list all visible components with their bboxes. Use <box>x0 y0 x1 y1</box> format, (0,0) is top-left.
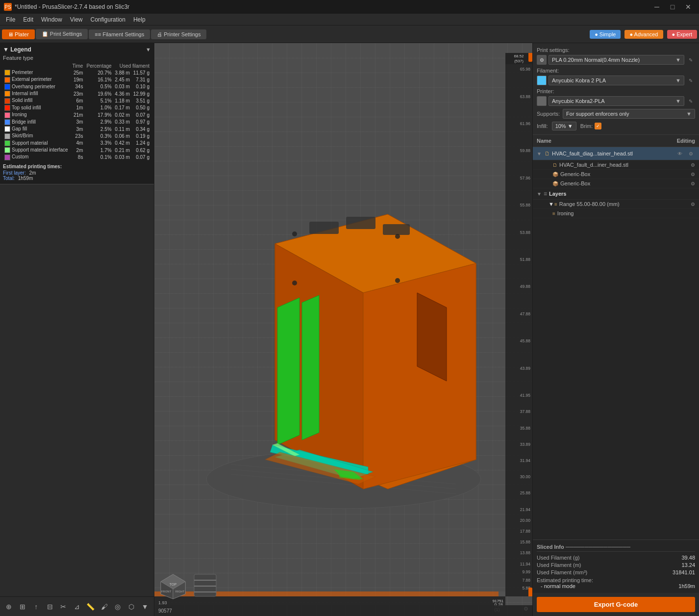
tool-split[interactable]: ⊟ <box>44 600 56 613</box>
estimated-times: Estimated printing times: First layer: 2… <box>3 164 151 181</box>
supports-row: Supports: For support enforcers only ▼ <box>537 109 695 119</box>
legend-color-swatch-11 <box>4 147 10 153</box>
ruler-top-indicator[interactable] <box>528 53 532 62</box>
legend-pct-2: 0.5% <box>84 83 113 90</box>
child-settings-2[interactable]: ⚙ <box>691 172 695 177</box>
child-item-1[interactable]: 🗋 HVAC_fault_d...iner_head.stl ⚙ <box>533 160 699 170</box>
menu-configuration[interactable]: Configuration <box>87 15 129 24</box>
ironing-item[interactable]: ≡ Ironing <box>533 209 699 218</box>
range-settings[interactable]: ⚙ <box>691 202 695 207</box>
first-layer-row: First layer: 2m <box>3 170 151 176</box>
brim-checkbox[interactable]: ✓ <box>595 123 601 129</box>
supports-dropdown[interactable]: For support enforcers only ▼ <box>563 109 695 119</box>
menu-view[interactable]: View <box>66 15 87 24</box>
legend-time-0: 25m <box>71 69 84 76</box>
printer-edit[interactable]: ✎ <box>686 97 695 105</box>
legend-time-6: 21m <box>71 111 84 118</box>
legend-feature-name-12: Custom <box>3 154 71 160</box>
close-button[interactable]: ✕ <box>681 0 695 14</box>
legend-weight-9: 0.19 g <box>131 132 151 139</box>
layers-range-item[interactable]: ▼ ≡ Range 55.00-80.00 (mm) ⚙ <box>533 200 699 209</box>
filament-color-swatch[interactable] <box>537 76 547 85</box>
export-gcode-button[interactable]: Export G-code <box>537 597 695 612</box>
filament-g-value: 39.48 <box>681 555 695 561</box>
legend-row-1: External perimeter 19m 16.1% 2.45 m 7.31… <box>3 76 151 83</box>
menu-help[interactable]: Help <box>129 15 150 24</box>
range-expand[interactable]: ▼ <box>549 201 552 207</box>
mode-expert-button[interactable]: ● Expert <box>667 30 698 39</box>
legend-pct-11: 1.7% <box>84 147 113 154</box>
tool-paint[interactable]: 🖌 <box>98 600 110 613</box>
expand-icon-main[interactable]: ▼ <box>537 151 543 156</box>
legend-dist-2: 0.03 m <box>113 83 131 90</box>
child-settings-3[interactable]: ⚙ <box>691 181 695 186</box>
minimize-button[interactable]: ─ <box>650 0 664 14</box>
legend-dist-11: 0.21 m <box>113 147 131 154</box>
legend-row-6: Ironing 21m 17.9% 0.02 m 0.07 g <box>3 111 151 118</box>
layer-view-toggle[interactable] <box>192 572 221 601</box>
legend-dist-4: 1.18 m <box>113 97 131 104</box>
tool-fdm[interactable]: ⬡ <box>125 600 138 613</box>
svg-rect-12 <box>309 222 339 234</box>
legend-dist-10: 0.42 m <box>113 140 131 147</box>
filament-dropdown[interactable]: Anycubic Kobra 2 PLA ▼ <box>549 76 684 85</box>
legend-dist-1: 2.45 m <box>113 76 131 83</box>
tool-orient[interactable]: ↑ <box>30 600 42 613</box>
tab-plater[interactable]: 🖥 Plater <box>2 29 35 39</box>
menu-window[interactable]: Window <box>37 15 66 24</box>
print-profile-value: PLA 0.20mm Normal(0.4mm Nozzle) <box>552 57 640 63</box>
tool-measure[interactable]: 📏 <box>84 600 97 613</box>
child-item-2[interactable]: 📦 Generic-Box ⚙ <box>533 170 699 179</box>
sliced-info-title: Sliced Info ───────────────── <box>537 544 695 552</box>
legend-dist-6: 0.02 m <box>113 111 131 118</box>
filament-edit[interactable]: ✎ <box>686 76 695 85</box>
child-settings-1[interactable]: ⚙ <box>691 162 695 168</box>
legend-weight-3: 12.99 g <box>131 90 151 97</box>
est-print-time: Estimated printing time: - normal mode 1… <box>537 577 695 589</box>
model-svg <box>201 146 486 513</box>
ironing-icon: ≡ <box>552 211 555 216</box>
visibility-toggle-main[interactable]: 👁 <box>675 149 684 158</box>
tool-variable-layer[interactable]: ▼ <box>139 600 151 613</box>
child-item-3[interactable]: 📦 Generic-Box ⚙ <box>533 179 699 188</box>
viewport-status: 90577 <box>154 605 532 616</box>
printer-dropdown[interactable]: Anycubic Kobra2-PLA ▼ <box>549 96 684 106</box>
ruler-bottom-indicator[interactable] <box>528 588 532 596</box>
tab-filament-settings[interactable]: ≡≡ Filament Settings <box>89 29 150 39</box>
layers-expand-icon[interactable]: ▼ <box>537 191 542 197</box>
ruler-tick-18: 30.00 <box>520 474 530 479</box>
maximize-button[interactable]: □ <box>666 0 679 14</box>
tool-support[interactable]: ⊿ <box>71 600 83 613</box>
est-times-label: Estimated printing times: <box>3 164 151 169</box>
print-settings-label: Print settings: <box>537 47 695 53</box>
brim-row: Brim: ✓ <box>580 123 602 129</box>
mode-advanced-button[interactable]: ● Advanced <box>624 30 663 39</box>
view-cube[interactable]: TOP FRONT RIGHT <box>158 572 188 601</box>
ruler-tick-14: 37.88 <box>520 409 530 414</box>
mode-simple-button[interactable]: ● Simple <box>590 30 621 39</box>
settings-btn-main[interactable]: ⚙ <box>686 149 695 158</box>
tool-seam[interactable]: ◎ <box>112 600 124 613</box>
legend-pct-5: 1.0% <box>84 104 113 111</box>
legend-pct-10: 3.3% <box>84 140 113 147</box>
infill-dropdown[interactable]: 10% ▼ <box>552 122 576 130</box>
legend-pct-9: 0.3% <box>84 132 113 139</box>
menu-edit[interactable]: Edit <box>19 15 37 24</box>
viewport[interactable]: 68.52(537) 65.98 63.88 61.96 59.88 57.96… <box>154 43 532 616</box>
tool-add-object[interactable]: ⊕ <box>3 600 15 613</box>
svg-rect-31 <box>194 574 216 596</box>
layers-header[interactable]: ▼ ≡ Layers <box>533 188 699 200</box>
tab-printer-settings[interactable]: 🖨 Printer Settings <box>151 29 206 39</box>
print-profile-dropdown[interactable]: PLA 0.20mm Normal(0.4mm Nozzle) ▼ <box>549 55 684 65</box>
tool-arrange[interactable]: ⊞ <box>17 600 29 613</box>
object-item-main[interactable]: ▼ 🗋 HVAC_fault_diag...tainer_head.stl 👁 … <box>533 147 699 160</box>
legend-color-swatch-6 <box>4 112 10 118</box>
legend-row-10: Support material 4m 3.3% 0.42 m 1.24 g <box>3 140 151 147</box>
object-icon-main: 🗋 <box>545 151 550 156</box>
tool-cut[interactable]: ✂ <box>57 600 70 613</box>
tab-print-settings[interactable]: 📋 Print Settings <box>36 29 88 39</box>
menu-file[interactable]: File <box>2 15 19 24</box>
print-profile-edit[interactable]: ✎ <box>686 55 695 64</box>
legend-panel: ▼ Legend ▼ Feature type Time Percentage … <box>0 43 154 184</box>
legend-filter-icon[interactable]: ▼ <box>146 47 151 52</box>
